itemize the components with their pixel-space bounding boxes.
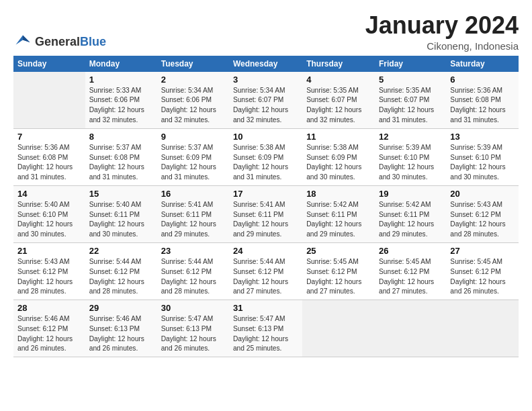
calendar-week-3: 14Sunrise: 5:40 AMSunset: 6:10 PMDayligh… bbox=[13, 185, 519, 242]
day-number: 21 bbox=[17, 246, 81, 256]
day-number: 13 bbox=[450, 132, 515, 142]
day-header-tuesday: Tuesday bbox=[157, 56, 229, 72]
day-number: 27 bbox=[450, 246, 515, 256]
day-header-wednesday: Wednesday bbox=[229, 56, 302, 72]
calendar-cell: 30Sunrise: 5:47 AMSunset: 6:13 PMDayligh… bbox=[157, 300, 229, 357]
calendar-week-1: 1Sunrise: 5:33 AMSunset: 6:06 PMDaylight… bbox=[13, 72, 519, 129]
day-info: Sunrise: 5:45 AMSunset: 6:12 PMDaylight:… bbox=[379, 257, 442, 297]
day-info: Sunrise: 5:33 AMSunset: 6:06 PMDaylight:… bbox=[89, 86, 153, 126]
day-info: Sunrise: 5:38 AMSunset: 6:09 PMDaylight:… bbox=[233, 143, 298, 183]
day-info: Sunrise: 5:38 AMSunset: 6:09 PMDaylight:… bbox=[306, 143, 371, 183]
calendar-cell: 28Sunrise: 5:46 AMSunset: 6:12 PMDayligh… bbox=[13, 300, 85, 357]
day-info: Sunrise: 5:34 AMSunset: 6:07 PMDaylight:… bbox=[233, 86, 298, 126]
day-info: Sunrise: 5:47 AMSunset: 6:13 PMDaylight:… bbox=[161, 314, 225, 354]
calendar-week-2: 7Sunrise: 5:36 AMSunset: 6:08 PMDaylight… bbox=[13, 128, 519, 185]
day-info: Sunrise: 5:44 AMSunset: 6:12 PMDaylight:… bbox=[161, 257, 225, 297]
logo-text: GeneralBlue bbox=[35, 35, 106, 49]
calendar-cell: 2Sunrise: 5:34 AMSunset: 6:06 PMDaylight… bbox=[157, 72, 229, 129]
calendar-week-4: 21Sunrise: 5:43 AMSunset: 6:12 PMDayligh… bbox=[13, 242, 519, 300]
day-info: Sunrise: 5:36 AMSunset: 6:08 PMDaylight:… bbox=[450, 86, 515, 126]
calendar-cell: 26Sunrise: 5:45 AMSunset: 6:12 PMDayligh… bbox=[375, 242, 446, 300]
calendar-cell: 20Sunrise: 5:43 AMSunset: 6:12 PMDayligh… bbox=[446, 185, 519, 242]
day-number: 26 bbox=[379, 246, 442, 256]
calendar-cell: 5Sunrise: 5:35 AMSunset: 6:07 PMDaylight… bbox=[375, 72, 446, 129]
day-info: Sunrise: 5:35 AMSunset: 6:07 PMDaylight:… bbox=[379, 86, 442, 126]
day-info: Sunrise: 5:40 AMSunset: 6:10 PMDaylight:… bbox=[17, 200, 81, 240]
day-number: 8 bbox=[89, 132, 153, 142]
svg-marker-1 bbox=[23, 35, 30, 42]
day-info: Sunrise: 5:46 AMSunset: 6:13 PMDaylight:… bbox=[89, 314, 153, 354]
logo-blue: Blue bbox=[80, 35, 106, 48]
day-info: Sunrise: 5:42 AMSunset: 6:11 PMDaylight:… bbox=[379, 200, 442, 240]
day-info: Sunrise: 5:40 AMSunset: 6:11 PMDaylight:… bbox=[89, 200, 153, 240]
logo: GeneralBlue bbox=[13, 33, 106, 52]
day-number: 7 bbox=[17, 132, 81, 142]
calendar-cell: 23Sunrise: 5:44 AMSunset: 6:12 PMDayligh… bbox=[157, 242, 229, 300]
day-number: 12 bbox=[379, 132, 442, 142]
day-info: Sunrise: 5:41 AMSunset: 6:11 PMDaylight:… bbox=[161, 200, 225, 240]
day-header-saturday: Saturday bbox=[446, 56, 519, 72]
title-block: January 2024 Cikoneng, Indonesia bbox=[365, 12, 519, 52]
day-number: 9 bbox=[161, 132, 225, 142]
calendar-cell: 8Sunrise: 5:37 AMSunset: 6:08 PMDaylight… bbox=[85, 128, 157, 185]
calendar-cell: 13Sunrise: 5:39 AMSunset: 6:10 PMDayligh… bbox=[446, 128, 519, 185]
day-info: Sunrise: 5:41 AMSunset: 6:11 PMDaylight:… bbox=[233, 200, 298, 240]
month-title: January 2024 bbox=[365, 12, 519, 39]
calendar-cell bbox=[446, 300, 519, 357]
day-number: 18 bbox=[306, 189, 371, 199]
calendar-cell: 4Sunrise: 5:35 AMSunset: 6:07 PMDaylight… bbox=[302, 72, 375, 129]
calendar-cell: 27Sunrise: 5:45 AMSunset: 6:12 PMDayligh… bbox=[446, 242, 519, 300]
calendar-cell: 19Sunrise: 5:42 AMSunset: 6:11 PMDayligh… bbox=[375, 185, 446, 242]
day-number: 11 bbox=[306, 132, 371, 142]
logo-icon bbox=[13, 33, 32, 52]
calendar-cell bbox=[13, 72, 85, 129]
day-number: 31 bbox=[233, 303, 298, 313]
calendar-cell: 11Sunrise: 5:38 AMSunset: 6:09 PMDayligh… bbox=[302, 128, 375, 185]
day-number: 2 bbox=[161, 75, 225, 85]
location-subtitle: Cikoneng, Indonesia bbox=[365, 40, 519, 52]
day-number: 14 bbox=[17, 189, 81, 199]
day-header-friday: Friday bbox=[375, 56, 446, 72]
day-info: Sunrise: 5:47 AMSunset: 6:13 PMDaylight:… bbox=[233, 314, 298, 354]
day-info: Sunrise: 5:39 AMSunset: 6:10 PMDaylight:… bbox=[379, 143, 442, 183]
day-number: 15 bbox=[89, 189, 153, 199]
day-info: Sunrise: 5:46 AMSunset: 6:12 PMDaylight:… bbox=[17, 314, 81, 354]
calendar-cell: 7Sunrise: 5:36 AMSunset: 6:08 PMDaylight… bbox=[13, 128, 85, 185]
calendar-table: SundayMondayTuesdayWednesdayThursdayFrid… bbox=[13, 56, 519, 358]
day-number: 24 bbox=[233, 246, 298, 256]
calendar-cell: 1Sunrise: 5:33 AMSunset: 6:06 PMDaylight… bbox=[85, 72, 157, 129]
day-number: 30 bbox=[161, 303, 225, 313]
day-number: 17 bbox=[233, 189, 298, 199]
page-container: GeneralBlue January 2024 Cikoneng, Indon… bbox=[0, 0, 532, 364]
calendar-cell bbox=[302, 300, 375, 357]
day-info: Sunrise: 5:44 AMSunset: 6:12 PMDaylight:… bbox=[89, 257, 153, 297]
calendar-cell: 15Sunrise: 5:40 AMSunset: 6:11 PMDayligh… bbox=[85, 185, 157, 242]
day-number: 20 bbox=[450, 189, 515, 199]
day-number: 25 bbox=[306, 246, 371, 256]
day-info: Sunrise: 5:45 AMSunset: 6:12 PMDaylight:… bbox=[450, 257, 515, 297]
calendar-cell: 25Sunrise: 5:45 AMSunset: 6:12 PMDayligh… bbox=[302, 242, 375, 300]
day-number: 5 bbox=[379, 75, 442, 85]
day-info: Sunrise: 5:45 AMSunset: 6:12 PMDaylight:… bbox=[306, 257, 371, 297]
calendar-cell: 29Sunrise: 5:46 AMSunset: 6:13 PMDayligh… bbox=[85, 300, 157, 357]
day-number: 29 bbox=[89, 303, 153, 313]
calendar-cell: 17Sunrise: 5:41 AMSunset: 6:11 PMDayligh… bbox=[229, 185, 302, 242]
day-info: Sunrise: 5:44 AMSunset: 6:12 PMDaylight:… bbox=[233, 257, 298, 297]
day-info: Sunrise: 5:34 AMSunset: 6:06 PMDaylight:… bbox=[161, 86, 225, 126]
calendar-week-5: 28Sunrise: 5:46 AMSunset: 6:12 PMDayligh… bbox=[13, 300, 519, 357]
calendar-cell: 21Sunrise: 5:43 AMSunset: 6:12 PMDayligh… bbox=[13, 242, 85, 300]
day-number: 16 bbox=[161, 189, 225, 199]
day-header-thursday: Thursday bbox=[302, 56, 375, 72]
calendar-cell: 18Sunrise: 5:42 AMSunset: 6:11 PMDayligh… bbox=[302, 185, 375, 242]
calendar-cell: 3Sunrise: 5:34 AMSunset: 6:07 PMDaylight… bbox=[229, 72, 302, 129]
calendar-cell: 10Sunrise: 5:38 AMSunset: 6:09 PMDayligh… bbox=[229, 128, 302, 185]
day-number: 28 bbox=[17, 303, 81, 313]
day-number: 3 bbox=[233, 75, 298, 85]
calendar-cell: 24Sunrise: 5:44 AMSunset: 6:12 PMDayligh… bbox=[229, 242, 302, 300]
day-info: Sunrise: 5:37 AMSunset: 6:09 PMDaylight:… bbox=[161, 143, 225, 183]
calendar-cell: 31Sunrise: 5:47 AMSunset: 6:13 PMDayligh… bbox=[229, 300, 302, 357]
day-number: 23 bbox=[161, 246, 225, 256]
day-info: Sunrise: 5:37 AMSunset: 6:08 PMDaylight:… bbox=[89, 143, 153, 183]
day-info: Sunrise: 5:42 AMSunset: 6:11 PMDaylight:… bbox=[306, 200, 371, 240]
calendar-cell: 22Sunrise: 5:44 AMSunset: 6:12 PMDayligh… bbox=[85, 242, 157, 300]
